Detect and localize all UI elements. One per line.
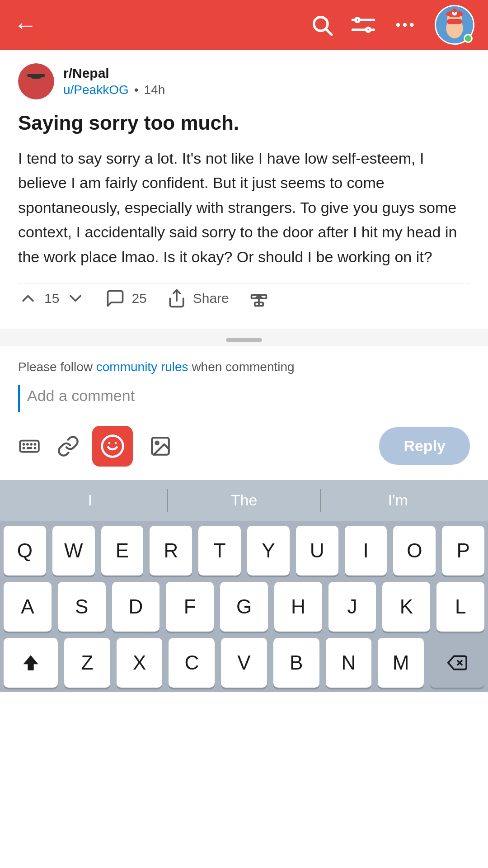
award-button[interactable]	[249, 288, 269, 308]
subreddit-avatar[interactable]	[18, 63, 54, 99]
key-x[interactable]: X	[117, 638, 163, 688]
key-a[interactable]: A	[4, 582, 52, 632]
key-l[interactable]: L	[436, 582, 484, 632]
keyboard-toggle-button[interactable]	[18, 435, 41, 458]
key-b[interactable]: B	[273, 638, 319, 688]
svg-point-18	[18, 63, 54, 99]
comment-button[interactable]	[105, 288, 125, 308]
svg-point-10	[410, 23, 414, 27]
svg-point-36	[34, 444, 35, 445]
emoji-button[interactable]	[96, 426, 133, 467]
back-icon: ←	[14, 11, 37, 38]
online-indicator	[464, 34, 473, 43]
link-icon	[57, 435, 80, 458]
community-rules-link[interactable]: community rules	[96, 360, 188, 374]
svg-point-17	[452, 9, 456, 13]
svg-point-34	[27, 444, 28, 445]
post-content: r/Nepal u/PeakkOG • 14h Saying sorry too…	[0, 50, 488, 327]
key-row-1: Q W E R T Y U I O P	[4, 526, 484, 576]
post-meta: r/Nepal u/PeakkOG • 14h	[18, 63, 470, 99]
downvote-button[interactable]	[66, 288, 85, 308]
share-group: Share	[167, 288, 229, 308]
svg-point-44	[156, 442, 159, 444]
community-rules-notice: Please follow community rules when comme…	[18, 360, 470, 374]
more-options-button[interactable]	[393, 13, 417, 37]
key-e[interactable]: E	[101, 526, 144, 576]
emoji-icon	[100, 434, 125, 459]
post-user-time: u/PeakkOG • 14h	[63, 83, 165, 97]
key-w[interactable]: W	[52, 526, 95, 576]
emoji-highlight	[92, 426, 133, 467]
share-button[interactable]	[167, 288, 187, 308]
svg-rect-21	[27, 74, 45, 77]
sheet-handle-area	[0, 330, 488, 346]
key-r[interactable]: R	[150, 526, 192, 576]
key-s[interactable]: S	[58, 582, 106, 632]
key-u[interactable]: U	[296, 526, 338, 576]
shift-icon	[22, 654, 40, 672]
post-username[interactable]: u/PeakkOG	[63, 83, 129, 97]
post-meta-text: r/Nepal u/PeakkOG • 14h	[63, 66, 165, 97]
comment-input[interactable]: Add a comment	[18, 385, 470, 412]
upvote-count: 15	[44, 291, 59, 306]
user-avatar[interactable]	[435, 5, 474, 45]
filter-icon	[352, 13, 375, 37]
post-action-bar: 15 25	[18, 283, 470, 313]
subreddit-name[interactable]: r/Nepal	[63, 66, 165, 81]
key-z[interactable]: Z	[64, 638, 110, 688]
upvote-button[interactable]	[18, 288, 38, 308]
svg-point-33	[23, 444, 24, 445]
link-button[interactable]	[57, 435, 80, 458]
key-c[interactable]: C	[169, 638, 215, 688]
key-q[interactable]: Q	[4, 526, 46, 576]
keyboard-rows: Q W E R T Y U I O P A S D F G H J K L	[0, 521, 488, 692]
key-g[interactable]: G	[220, 582, 268, 632]
reply-button[interactable]: Reply	[379, 427, 470, 465]
key-d[interactable]: D	[112, 582, 160, 632]
key-row-2: A S D F G H J K L	[4, 582, 484, 632]
key-f[interactable]: F	[166, 582, 214, 632]
key-t[interactable]: T	[198, 526, 241, 576]
search-icon	[310, 13, 333, 37]
vote-group: 15	[18, 288, 85, 308]
key-v[interactable]: V	[221, 638, 267, 688]
shift-button[interactable]	[4, 638, 58, 688]
key-m[interactable]: M	[378, 638, 424, 688]
comment-group: 25	[105, 288, 146, 308]
suggestion-1[interactable]: I	[14, 491, 167, 509]
keyboard: I The I'm Q W E R T Y U I O P A S D F G …	[0, 480, 488, 692]
back-button[interactable]: ←	[14, 11, 37, 38]
key-h[interactable]: H	[274, 582, 322, 632]
suggestion-3[interactable]: I'm	[321, 491, 474, 509]
key-j[interactable]: J	[328, 582, 376, 632]
post-time: 14h	[144, 83, 165, 97]
keyboard-icon	[18, 435, 41, 458]
svg-point-38	[34, 448, 35, 448]
time-separator: •	[134, 83, 139, 97]
comment-toolbar: Reply	[18, 426, 470, 467]
svg-rect-39	[27, 447, 33, 449]
award-icon	[249, 288, 269, 308]
backspace-button[interactable]	[430, 638, 484, 688]
svg-marker-45	[23, 655, 38, 670]
key-row-3: Z X C V B N M	[4, 638, 484, 688]
key-y[interactable]: Y	[247, 526, 290, 576]
key-o[interactable]: O	[393, 526, 436, 576]
more-icon	[393, 13, 417, 37]
toolbar-icons	[18, 426, 172, 467]
key-n[interactable]: N	[326, 638, 372, 688]
comment-area: Please follow community rules when comme…	[0, 346, 488, 480]
svg-rect-25	[20, 440, 39, 452]
app-header: ←	[0, 0, 488, 50]
search-button[interactable]	[310, 13, 333, 37]
filter-button[interactable]	[352, 13, 375, 37]
keyboard-suggestions: I The I'm	[0, 480, 488, 521]
key-p[interactable]: P	[442, 526, 484, 576]
image-icon	[149, 435, 172, 458]
suggestion-2[interactable]: The	[168, 491, 321, 509]
key-k[interactable]: K	[382, 582, 430, 632]
downvote-icon	[66, 288, 85, 308]
image-button[interactable]	[149, 435, 172, 458]
key-i[interactable]: I	[345, 526, 387, 576]
upvote-icon	[18, 288, 38, 308]
